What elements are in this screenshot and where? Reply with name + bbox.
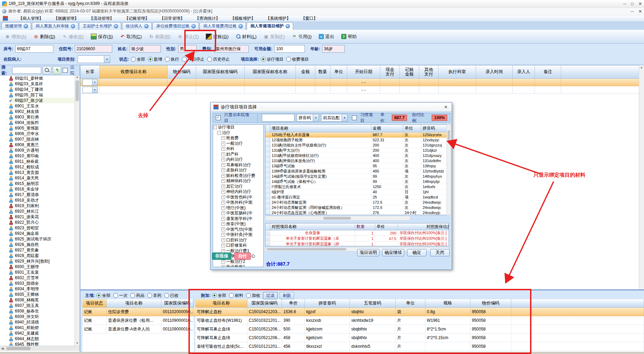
expand-icon[interactable]: + [221, 179, 225, 183]
column-header[interactable]: 物价编码 [470, 299, 511, 308]
addon-group-radio-加收[interactable] [246, 293, 251, 298]
toolbar-delete-button[interactable]: 删除(D) [30, 32, 58, 41]
expand-icon[interactable]: + [221, 195, 225, 199]
table-row[interactable]: 可吸收止血纱布(W1961)C15010321201...390kxszxsbs… [195, 316, 644, 325]
expand-icon[interactable]: + [221, 233, 225, 237]
item-grid-vscrollbar[interactable] [447, 124, 451, 215]
patient-list-item[interactable]: ✔69监07_骆少波 [9, 98, 80, 103]
column-header[interactable]: 国家医保编码 [247, 299, 282, 308]
mapping-row[interactable]: 单光子发射计算机断层显象（静1非医保自付比例100%[备注:] [265, 241, 449, 246]
menu-item[interactable]: 【流动管理】 [89, 16, 114, 21]
expand-icon[interactable]: + [221, 136, 225, 140]
patient-list-item[interactable]: 6929_林升兴[救助] [9, 258, 80, 264]
patient-list-item[interactable]: 6912_赖软成 [9, 164, 80, 170]
addon-group-radio-全部[interactable] [212, 293, 217, 298]
self-pay-button[interactable]: 自付 [234, 253, 251, 260]
column-header[interactable]: 开始日期 [347, 65, 380, 78]
table-row[interactable]: 可降解耳鼻止血绵C15010521206...500kjjebzxmsbqbth… [195, 325, 644, 334]
menu-item[interactable]: 【窗口】 [301, 16, 318, 21]
column-header[interactable]: 五笔首码 [350, 299, 396, 308]
patient-list-item[interactable]: 6914_康天民 [9, 175, 80, 181]
toolbar-cancel-button[interactable]: 取消(C) [117, 32, 144, 41]
tab-close-icon[interactable]: ✕ [238, 24, 243, 28]
filter-button[interactable]: 过滤 [263, 292, 277, 299]
column-header[interactable]: 项目状态 [82, 299, 107, 308]
expand-icon[interactable]: + [221, 244, 225, 247]
tree-node[interactable]: +口腔修复科 [213, 243, 263, 248]
patient-list-item[interactable]: 6911_林春庭 [9, 159, 80, 164]
tab-close-icon[interactable]: ✕ [71, 24, 75, 28]
table-row[interactable]: 可降解耳鼻止血绵C15010521206...458kjjebzxmsbqbth… [195, 334, 644, 342]
column-header[interactable]: 国家医保标准编码 [196, 65, 245, 78]
grid-vscrollbar[interactable]: ▲ [639, 65, 644, 290]
patient-list-item[interactable]: 6936_林梅英 [9, 297, 80, 303]
patient-list-item[interactable]: 6932_庄雪琴 [9, 275, 80, 281]
expand-icon[interactable]: + [221, 158, 225, 161]
tab-收治病人[interactable]: 收治病人✕ [122, 22, 152, 30]
tree-node[interactable]: +中医肛肠科(中 [213, 211, 263, 216]
column-header[interactable]: 单位 [403, 125, 421, 132]
expand-icon[interactable]: + [221, 147, 225, 151]
expand-icon[interactable]: + [221, 206, 225, 210]
patient-list-item[interactable]: 6931_王友泉 [9, 269, 80, 275]
match-select[interactable]: 前后匹配▼ [321, 114, 348, 122]
patient-list-item[interactable]: 6945_魏胜辉 [9, 342, 80, 346]
field-value[interactable]: 骆少波 [130, 45, 161, 53]
table-row[interactable]: ▼- - [80, 86, 644, 94]
item-row[interactable]: 131碘(肿瘤抗体放免治疗)400次131dzlktfm [265, 158, 449, 163]
field-value[interactable]: 100 [274, 45, 305, 53]
patient-list-item[interactable]: 6928_周廷銮 [9, 253, 80, 258]
patient-list-item[interactable]: 6927_黄奕象 [9, 247, 80, 253]
sidebar-hscrollbar[interactable]: ◀ [0, 346, 80, 351]
main-group-radio-非药[interactable] [147, 293, 152, 298]
item-row[interactable]: 131碘(甲状腺癌转移灶治疗)400次131djzxazy [265, 153, 449, 158]
item-row[interactable]: 14碳呼气试验(核医学)(定性定量)99次14thqsyhyx [265, 174, 449, 179]
tree-node[interactable]: +内科治疗 [213, 157, 263, 162]
expand-icon[interactable]: + [221, 228, 225, 231]
patient-list-item[interactable]: 6904_游振邦 [9, 120, 80, 125]
tree-node[interactable]: +皮肤科治疗 [213, 168, 263, 173]
tree-node[interactable]: +中医外科(中医 [213, 200, 263, 205]
only-hospital-checkbox[interactable] [216, 115, 221, 120]
refresh-button[interactable]: 刷新 [280, 292, 294, 299]
column-header[interactable]: 项目名称 [107, 299, 161, 308]
patient-list-item[interactable]: 6901_王泵水 [9, 103, 80, 109]
main-group-radio-全部[interactable] [96, 293, 101, 298]
tree-node[interactable]: +口腔科治疗 [213, 238, 263, 243]
addon-group-radio-材料[interactable] [229, 293, 234, 298]
patient-list-item[interactable]: 6905_黄维新 [9, 125, 80, 131]
tree-node[interactable]: +推拿(中医) [213, 221, 263, 227]
column-header[interactable]: 项目名称 [195, 299, 247, 308]
patient-list-item[interactable]: 6920_林长江 [9, 209, 80, 214]
tree-node[interactable]: +外科 [213, 146, 263, 152]
minimize-icon[interactable]: ─ [630, 9, 634, 14]
patient-list-item[interactable]: 69监04_丁建强 [9, 87, 80, 92]
habit-checkbox[interactable] [352, 115, 357, 120]
expand-icon[interactable]: + [221, 265, 225, 267]
column-header[interactable]: 拼音首码 [305, 299, 350, 308]
item-row[interactable]: 24小时动态胃酸监测172.5次24xsdtwsjc [265, 200, 449, 205]
main-group-radio-已收[interactable] [164, 293, 169, 298]
expand-icon[interactable]: + [221, 222, 225, 226]
column-header[interactable]: 长零 [80, 65, 100, 78]
tree-node-root[interactable]: −诊疗项目 [213, 125, 263, 130]
field-value[interactable]: 泉州市医疗保 [214, 45, 249, 53]
expand-icon[interactable]: + [221, 190, 225, 194]
column-header[interactable]: 现金 支付 [380, 65, 400, 78]
patient-list-item[interactable]: 6903_黄衍勇 [9, 114, 80, 120]
tree-node[interactable]: +精神病科治疗 [213, 178, 263, 184]
column-header[interactable]: 其他 支付 [419, 65, 439, 78]
tree-node[interactable]: +妇产科 [213, 152, 263, 157]
column-header[interactable]: 项目名称 [270, 125, 371, 132]
table-row[interactable]: 记账住院诊查费001102000050... [82, 308, 194, 316]
close-icon[interactable]: ✕ [638, 9, 642, 14]
item-row[interactable]: 13碳呼气试验95次13thqsy [265, 163, 449, 169]
column-header[interactable]: 对照项目名称 [270, 223, 355, 230]
table-row[interactable]: 泰绫可吸收性止血绫(5c...C15010121201...456tlkxszx… [195, 342, 644, 351]
tab-医嘱管理[interactable]: 医嘱管理✕ [1, 22, 31, 30]
pinyin-select[interactable]: 拼音码▼ [297, 114, 319, 122]
patient-list-item[interactable]: 69监01_廖梓燃 [9, 76, 80, 81]
item-grid-hscrollbar[interactable] [265, 216, 411, 221]
status-radio-历史停止[interactable] [207, 57, 212, 62]
patient-list-item[interactable]: 6908_黄惠兰 [9, 142, 80, 148]
